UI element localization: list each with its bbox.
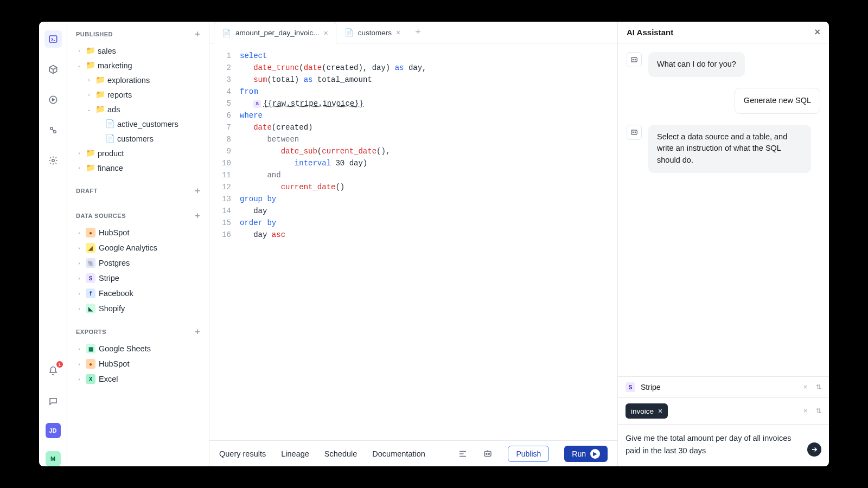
tree-customers-file[interactable]: 📄customers bbox=[76, 131, 200, 146]
chevron-updown-icon[interactable]: ⇅ bbox=[816, 407, 821, 415]
tree-product[interactable]: ›📁product bbox=[76, 146, 200, 160]
svg-point-10 bbox=[635, 59, 636, 60]
tree-label: Shopify bbox=[99, 304, 125, 313]
export-excel[interactable]: ›XExcel bbox=[76, 371, 200, 387]
rail-avatar-m[interactable]: M bbox=[46, 451, 61, 466]
ai-conversation: What can I do for you? Generate new SQL … bbox=[618, 43, 829, 376]
tree-label: sales bbox=[98, 47, 116, 55]
table-chip: invoice × bbox=[626, 403, 668, 419]
tree-label: Postgres bbox=[99, 259, 130, 267]
chevron-updown-icon[interactable]: ⇅ bbox=[816, 383, 821, 391]
svg-rect-11 bbox=[631, 130, 637, 134]
chip-close-icon[interactable]: × bbox=[658, 407, 662, 415]
tab-customers[interactable]: 📄 customers × bbox=[336, 22, 409, 43]
source-hubspot[interactable]: ›●HubSpot bbox=[76, 225, 200, 240]
tree-finance[interactable]: ›📁finance bbox=[76, 160, 200, 175]
format-icon[interactable] bbox=[458, 449, 468, 459]
footer-query-results[interactable]: Query results bbox=[219, 450, 266, 458]
svg-rect-8 bbox=[631, 57, 637, 62]
tab-label: customers bbox=[358, 29, 392, 37]
svg-rect-0 bbox=[49, 36, 57, 42]
rail-cube-icon[interactable] bbox=[44, 61, 62, 78]
tree-label: Google Analytics bbox=[99, 243, 157, 252]
prompt-input[interactable]: Give me the total amount per day of all … bbox=[626, 432, 802, 457]
source-postgres[interactable]: ›🐘Postgres bbox=[76, 255, 200, 271]
source-selector[interactable]: S Stripe × ⇅ bbox=[618, 377, 829, 398]
editor-pane: 📄 amount_per_day_invoic... × 📄 customers… bbox=[209, 22, 617, 466]
code-content[interactable]: select date_trunc(date(created), day) as… bbox=[240, 50, 617, 440]
section-draft: DRAFT bbox=[76, 188, 98, 194]
tab-amount-per-day[interactable]: 📄 amount_per_day_invoic... × bbox=[214, 22, 336, 43]
rail-avatar-jd[interactable]: JD bbox=[46, 423, 61, 438]
code-editor[interactable]: 1 2 3 4 5 6 7 8 9 10 11 12 13 14 15 16 s… bbox=[209, 43, 617, 440]
tree-reports[interactable]: ›📁reports bbox=[76, 87, 200, 102]
close-icon[interactable]: × bbox=[396, 28, 400, 37]
tree-label: Facebook bbox=[99, 289, 133, 298]
new-tab-icon[interactable]: + bbox=[409, 22, 427, 43]
tree-active-customers[interactable]: 📄active_customers bbox=[76, 117, 200, 131]
ai-panel: AI Assistant × What can I do for you? Ge… bbox=[617, 22, 829, 466]
source-shopify[interactable]: ›◣Shopify bbox=[76, 301, 200, 316]
add-published-icon[interactable]: + bbox=[195, 29, 200, 39]
play-icon: ▶ bbox=[590, 449, 600, 459]
close-icon[interactable]: × bbox=[814, 27, 820, 38]
add-export-icon[interactable]: + bbox=[195, 327, 200, 337]
section-published: PUBLISHED bbox=[76, 31, 113, 37]
source-ga[interactable]: ›◢Google Analytics bbox=[76, 240, 200, 255]
stripe-icon: S bbox=[626, 382, 635, 392]
source-name: Stripe bbox=[641, 383, 661, 391]
ai-title: AI Assistant bbox=[627, 28, 673, 37]
clear-icon[interactable]: × bbox=[803, 407, 807, 415]
rail-terminal-icon[interactable] bbox=[44, 30, 62, 48]
table-selector[interactable]: invoice × × ⇅ bbox=[618, 398, 829, 425]
tree-label: marketing bbox=[98, 61, 132, 70]
tree-label: reports bbox=[107, 91, 132, 99]
rail-bell-icon[interactable] bbox=[44, 362, 62, 380]
tree-label: active_customers bbox=[117, 120, 178, 129]
user-message: Generate new SQL bbox=[735, 88, 820, 114]
source-facebook[interactable]: ›fFacebook bbox=[76, 286, 200, 301]
add-draft-icon[interactable]: + bbox=[195, 186, 200, 196]
tree-marketing[interactable]: ⌄📁marketing bbox=[76, 58, 200, 73]
section-exports: EXPORTS bbox=[76, 329, 106, 335]
footer-documentation[interactable]: Documentation bbox=[372, 450, 425, 458]
rail-link-icon[interactable] bbox=[44, 121, 62, 139]
rail-play-icon[interactable] bbox=[44, 91, 62, 108]
tree-sales[interactable]: ›📁sales bbox=[76, 43, 200, 58]
close-icon[interactable]: × bbox=[324, 29, 328, 37]
tree-label: Excel bbox=[99, 375, 118, 383]
footer-lineage[interactable]: Lineage bbox=[281, 450, 309, 458]
send-button[interactable] bbox=[807, 442, 821, 457]
footer-schedule[interactable]: Schedule bbox=[324, 450, 357, 458]
tree-ads[interactable]: ⌄📁ads bbox=[76, 102, 200, 117]
tab-label: amount_per_day_invoic... bbox=[235, 29, 320, 37]
export-hubspot[interactable]: ›●HubSpot bbox=[76, 356, 200, 371]
run-button[interactable]: Run ▶ bbox=[564, 446, 608, 462]
left-rail: JD M bbox=[39, 22, 67, 466]
rail-chat-icon[interactable] bbox=[44, 393, 62, 410]
editor-footer: Query results Lineage Schedule Documenta… bbox=[209, 440, 617, 466]
svg-point-6 bbox=[486, 453, 487, 454]
tree-label: explorations bbox=[107, 76, 150, 85]
svg-point-12 bbox=[633, 132, 634, 133]
chip-label: invoice bbox=[631, 407, 654, 415]
rail-settings-icon[interactable] bbox=[44, 152, 62, 169]
run-label: Run bbox=[572, 450, 586, 458]
bot-avatar-icon bbox=[627, 125, 642, 140]
publish-button[interactable]: Publish bbox=[508, 446, 549, 462]
clear-icon[interactable]: × bbox=[803, 383, 807, 391]
stripe-badge-icon: S bbox=[253, 100, 261, 108]
file-icon: 📄 bbox=[222, 29, 231, 37]
svg-point-4 bbox=[52, 159, 54, 162]
tree-label: HubSpot bbox=[99, 359, 129, 368]
export-sheets[interactable]: ›▦Google Sheets bbox=[76, 341, 200, 356]
add-source-icon[interactable]: + bbox=[195, 211, 200, 221]
file-icon: 📄 bbox=[344, 28, 354, 37]
editor-tabs: 📄 amount_per_day_invoic... × 📄 customers… bbox=[209, 22, 617, 43]
section-sources: DATA SOURCES bbox=[76, 213, 126, 219]
svg-point-7 bbox=[489, 453, 490, 454]
tree-explorations[interactable]: ›📁explorations bbox=[76, 73, 200, 87]
ai-icon[interactable] bbox=[483, 449, 493, 459]
source-stripe[interactable]: ›SStripe bbox=[76, 271, 200, 286]
template-ref[interactable]: {{raw.stripe.invoice}} bbox=[263, 99, 363, 108]
